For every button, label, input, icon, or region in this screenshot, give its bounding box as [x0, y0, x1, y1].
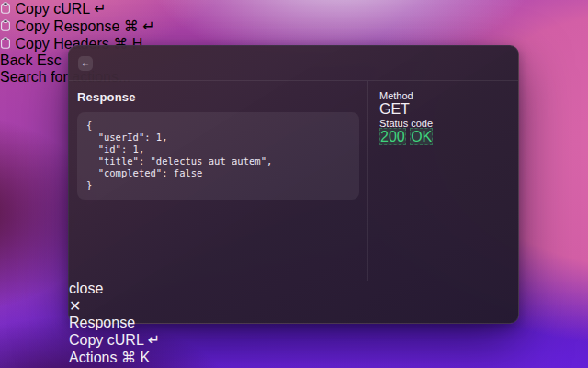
return-key-badge: ↵: [142, 18, 154, 34]
menu-item-label: Copy cURL: [15, 1, 89, 17]
menu-item-copy-response[interactable]: Copy Response ⌘ ↵: [0, 17, 588, 35]
window-body: Response { "userId": 1, "id": 1, "title"…: [69, 81, 518, 281]
titlebar: ←: [69, 46, 518, 81]
shortcut-keys: ↵: [94, 1, 106, 17]
method-label: Method: [379, 90, 507, 101]
k-key-badge: K: [140, 350, 150, 365]
menu-item-label: Copy Response: [15, 18, 119, 34]
clipboard-icon: [0, 18, 15, 34]
clipboard-icon: [0, 36, 15, 52]
extension-icon: ✕: [69, 297, 518, 315]
return-key-badge: ↵: [148, 332, 160, 348]
status-badges: 200 OK: [379, 129, 507, 145]
actions-button[interactable]: Actions: [69, 350, 117, 365]
esc-key-badge: Esc: [37, 52, 62, 68]
bottom-bar-title: Response: [69, 315, 135, 330]
primary-action-button[interactable]: Copy cURL: [69, 332, 143, 348]
back-arrow-icon: ←: [81, 58, 90, 68]
occluded-header-value: close: [69, 281, 518, 297]
metadata-sidebar: Method GET Status code 200 OK: [368, 81, 518, 281]
menu-item-label: Back: [0, 52, 33, 68]
response-panel: Response { "userId": 1, "id": 1, "title"…: [69, 81, 368, 281]
method-value: GET: [379, 101, 507, 118]
response-json-block[interactable]: { "userId": 1, "id": 1, "title": "delect…: [77, 112, 359, 200]
cmd-key-badge: ⌘: [121, 350, 136, 365]
shortcut-keys: ⌘ ↵: [124, 18, 155, 34]
status-text-badge: OK: [410, 128, 433, 145]
return-key-badge: ↵: [94, 1, 106, 17]
back-button[interactable]: ←: [78, 56, 93, 71]
status-code-badge: 200: [379, 128, 406, 145]
raycast-window: ← Response { "userId": 1, "id": 1, "titl…: [68, 45, 519, 324]
menu-item-copy-curl[interactable]: Copy cURL ↵: [0, 0, 588, 17]
cmd-key-badge: ⌘: [124, 18, 139, 34]
clipboard-icon: [0, 1, 15, 17]
response-heading: Response: [77, 90, 359, 104]
bottom-action-bar: ✕ Response Copy cURL ↵ Actions ⌘ K: [69, 297, 518, 366]
shortcut-keys: Esc: [37, 52, 62, 68]
